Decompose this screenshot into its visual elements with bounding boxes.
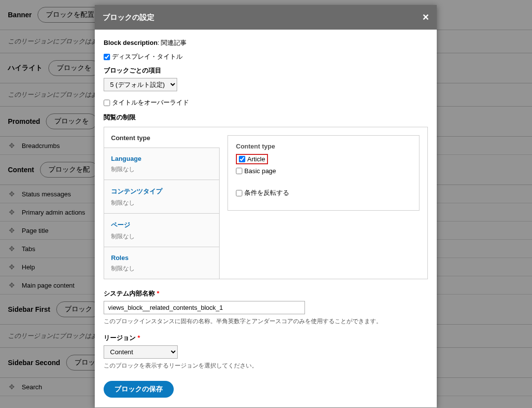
machine-name-help: このブロックインスタンスに固有の名称。半角英数字とアンダースコアのみを使用するこ…: [104, 317, 428, 326]
article-checkbox[interactable]: [239, 156, 245, 162]
display-title-label: ディスプレイ・タイトル: [112, 52, 183, 61]
vtab-roles[interactable]: Roles制限なし: [104, 247, 220, 279]
visibility-label: 閲覧の制限: [104, 113, 428, 122]
display-title-row: ディスプレイ・タイトル: [104, 52, 428, 61]
vtab-ページ[interactable]: ページ制限なし: [104, 214, 220, 247]
block-settings-modal: ブロックの設定 × Block description: 関連記事 ディスプレイ…: [95, 5, 437, 408]
vtab-title: Language: [111, 155, 212, 162]
article-label: Article: [247, 155, 265, 163]
region-select[interactable]: Content: [104, 345, 178, 359]
block-description-label: Block description: [104, 39, 157, 46]
visibility-section: Content typeLanguage制限なしコンテンツタイプ制限なしページ制…: [104, 127, 428, 279]
machine-name-field: システム内部名称 * このブロックインスタンスに固有の名称。半角英数字とアンダー…: [104, 289, 428, 326]
vtab-title: Roles: [111, 254, 212, 261]
region-field: リージョン * Content このブロックを表示するリージョンを選択してくださ…: [104, 334, 428, 370]
content-type-title: Content type: [236, 143, 411, 150]
negate-row: 条件を反転する: [236, 188, 411, 197]
basic-page-checkbox[interactable]: [236, 168, 242, 174]
modal-body: Block description: 関連記事 ディスプレイ・タイトル ブロック…: [95, 30, 437, 408]
vtab-language[interactable]: Language制限なし: [104, 148, 220, 180]
close-icon[interactable]: ×: [422, 11, 429, 24]
region-help: このブロックを表示するリージョンを選択してください。: [104, 362, 428, 370]
negate-checkbox[interactable]: [236, 190, 242, 196]
required-marker: *: [138, 334, 140, 341]
basic-page-label: Basic page: [244, 167, 276, 175]
modal-title: ブロックの設定: [103, 13, 154, 22]
modal-header: ブロックの設定 ×: [95, 5, 437, 30]
required-marker: *: [157, 290, 159, 297]
items-per-block-select[interactable]: 5 (デフォルト設定): [104, 78, 177, 91]
vtab-title: ページ: [111, 221, 212, 229]
vtab-content-type[interactable]: Content type: [104, 127, 220, 148]
vtab-summary: 制限なし: [111, 264, 212, 273]
vtab-title: コンテンツタイプ: [111, 187, 212, 196]
override-title-row: タイトルをオーバーライド: [104, 98, 428, 107]
region-label: リージョン *: [104, 334, 428, 342]
content-type-pane: Content type Article Basic page 条件を反転する: [220, 127, 427, 279]
negate-label: 条件を反転する: [244, 188, 289, 197]
machine-name-label: システム内部名称 *: [104, 289, 428, 298]
basic-page-row: Basic page: [236, 167, 411, 175]
vertical-tabs: Content typeLanguage制限なしコンテンツタイプ制限なしページ制…: [104, 127, 220, 279]
override-title-checkbox[interactable]: [104, 100, 110, 106]
save-button[interactable]: ブロックの保存: [104, 381, 174, 398]
vtab-summary: 制限なし: [111, 232, 212, 241]
display-title-checkbox[interactable]: [104, 54, 110, 60]
override-title-label: タイトルをオーバーライド: [112, 98, 189, 107]
article-highlight: Article: [236, 154, 268, 164]
vtab-title: Content type: [111, 134, 213, 142]
block-description: Block description: 関連記事: [104, 38, 428, 47]
vtab-コンテンツタイプ[interactable]: コンテンツタイプ制限なし: [104, 180, 220, 214]
machine-name-input[interactable]: [104, 301, 305, 314]
block-description-value: 関連記事: [161, 39, 187, 46]
content-type-fieldset: Content type Article Basic page 条件を反転する: [228, 135, 419, 211]
items-per-block-label: ブロックごとの項目: [104, 66, 428, 75]
vtab-summary: 制限なし: [111, 165, 212, 174]
vtab-summary: 制限なし: [111, 199, 212, 207]
